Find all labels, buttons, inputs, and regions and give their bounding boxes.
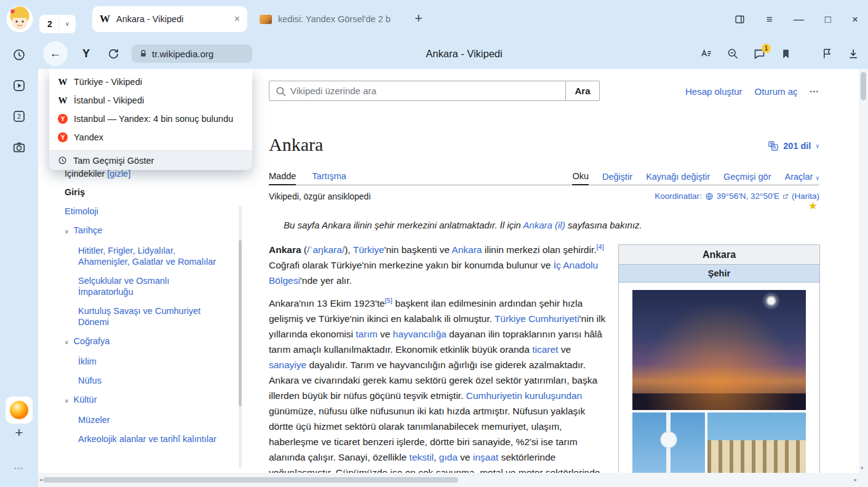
globe-icon[interactable] — [705, 192, 714, 201]
reference-link[interactable]: [5] — [385, 297, 392, 304]
toc-item-hititler[interactable]: Hititler, Frigler, Lidyalılar, Ahamenişl… — [78, 245, 226, 267]
minimize-button[interactable]: — — [794, 14, 804, 25]
profile-avatar[interactable] — [6, 6, 33, 33]
toc-scrollbar[interactable] — [239, 206, 242, 468]
tab-tartisma[interactable]: Tartışma — [312, 171, 346, 185]
scroll-right-icon[interactable]: ▸ — [854, 477, 857, 483]
tab-kedisi[interactable]: kedisi: Yandex Görsel'de 2 b — [252, 6, 406, 32]
translate-icon[interactable] — [700, 47, 712, 60]
toc-item-kurtulus[interactable]: Kurtuluş Savaşı ve Cumhuriyet Dönemi — [78, 305, 226, 328]
chevron-down-icon[interactable]: ∨ — [65, 228, 69, 235]
tab-araclar[interactable]: Araçlar∨ — [784, 172, 819, 185]
maximize-button[interactable]: □ — [825, 14, 831, 25]
player-icon[interactable] — [12, 79, 26, 92]
new-tab-button[interactable]: + — [415, 10, 423, 26]
add-widget-button[interactable]: + — [15, 425, 23, 441]
tab-madde[interactable]: Madde — [269, 171, 296, 185]
toc-item-muzeler[interactable]: Müzeler — [78, 414, 226, 425]
infobox-photo-atakule-tower[interactable] — [632, 413, 705, 473]
wiki-link[interactable]: tekstil — [409, 452, 434, 462]
table-of-contents: İçindekiler [gizle] Giriş Etimoloji ∨Tar… — [65, 169, 226, 453]
chevron-down-icon: ∨ — [815, 143, 819, 149]
toc-item-iklim[interactable]: İklim — [78, 356, 226, 367]
yandex-button[interactable]: Y — [82, 47, 90, 60]
coordinates-value[interactable]: 39°56′N, 32°50′E — [717, 191, 779, 201]
vertical-scrollbar[interactable]: ▾ — [859, 69, 868, 487]
wiki-link[interactable]: Cumhuriyetin kuruluşundan — [466, 390, 583, 401]
menu-icon[interactable]: ≡ — [766, 14, 773, 25]
user-menu-icon[interactable]: ••• — [810, 89, 819, 95]
create-account-link[interactable]: Hesap oluştur — [685, 86, 743, 97]
tabs-panel-icon[interactable]: 2 — [12, 110, 26, 123]
toc-item-tarihce[interactable]: ∨Tarihçe — [65, 225, 226, 237]
zoom-icon[interactable] — [727, 47, 739, 60]
vertical-scrollbar-thumb[interactable] — [861, 72, 866, 100]
address-bar[interactable]: tr.wikipedia.org — [132, 44, 252, 63]
search-button[interactable]: Ara — [566, 81, 600, 101]
horizontal-scrollbar-thumb[interactable] — [43, 477, 458, 483]
toc-item-kultur[interactable]: ∨Kültür — [65, 394, 226, 406]
toc-item-giris[interactable]: Giriş — [65, 187, 226, 198]
tab-counter[interactable]: 2 ∨ — [39, 15, 76, 33]
close-tab-icon[interactable]: × — [234, 14, 240, 24]
wiki-link[interactable]: Ankara — [452, 244, 482, 255]
wiki-link[interactable]: Ankara (il) — [523, 220, 565, 230]
reference-link[interactable]: [4] — [597, 243, 604, 251]
login-link[interactable]: Oturum aç — [755, 86, 798, 97]
chevron-down-icon[interactable]: ∨ — [65, 398, 69, 404]
url-text: tr.wikipedia.org — [152, 49, 213, 59]
history-item[interactable]: W İstanbul - Vikipedi — [49, 91, 252, 110]
toc-item-selcuklular[interactable]: Selçuklular ve Osmanlı İmparatorluğu — [78, 275, 226, 297]
scroll-left-icon[interactable]: ◂ — [39, 477, 42, 483]
wiki-link[interactable]: Türkiye — [353, 244, 384, 255]
show-full-history-button[interactable]: Tam Geçmişi Göster — [49, 150, 252, 170]
tab-kaynagi-degistir[interactable]: Kaynağı değiştir — [646, 172, 710, 185]
wiki-link[interactable]: inşaat — [473, 452, 498, 462]
history-item[interactable]: W Türkiye - Vikipedi — [49, 73, 252, 91]
tab-gecmisi-gor[interactable]: Geçmişi gör — [723, 172, 771, 185]
account-links: Hesap oluştur Oturum aç ••• — [685, 86, 819, 97]
history-item[interactable]: Y Istanbul — Yandex: 4 bin sonuç bulundu — [49, 110, 252, 128]
horizontal-scrollbar[interactable]: ◂ ▸ — [38, 473, 859, 487]
toc-item-arkeolojik[interactable]: Arkeolojik alanlar ve tarihî kalıntılar — [78, 433, 226, 445]
bookmark-icon[interactable] — [780, 48, 792, 60]
infobox-photo-anitkabir[interactable] — [707, 413, 806, 473]
side-panel-icon[interactable] — [734, 14, 746, 25]
history-item[interactable]: Y Yandex — [49, 128, 252, 147]
scroll-down-icon[interactable]: ▾ — [861, 465, 864, 471]
more-button[interactable]: ••• — [14, 465, 23, 472]
downloads-icon[interactable] — [847, 47, 859, 60]
toc-scrollbar-thumb[interactable] — [239, 240, 242, 406]
toc-hide-link[interactable]: [gizle] — [107, 169, 130, 179]
featured-star-icon[interactable]: ★ — [808, 199, 818, 212]
toc-item-cografya[interactable]: ∨Coğrafya — [65, 336, 226, 348]
alice-button[interactable] — [6, 396, 33, 424]
chevron-down-icon[interactable]: ∨ — [58, 15, 76, 33]
wiki-link[interactable]: ticaret — [532, 344, 558, 355]
tab-degistir[interactable]: Değiştir — [602, 172, 632, 185]
language-selector[interactable]: A 201 dil ∨ — [768, 140, 819, 151]
collections-icon[interactable] — [821, 47, 833, 60]
wiki-link[interactable]: /ˈaŋkara/ — [307, 244, 344, 255]
tab-ankara[interactable]: W Ankara - Vikipedi × — [92, 6, 247, 32]
history-icon[interactable] — [12, 48, 26, 62]
tab-oku[interactable]: Oku — [572, 171, 589, 185]
toc-item-nufus[interactable]: Nüfus — [78, 375, 226, 386]
toc-item-etimoloji[interactable]: Etimoloji — [65, 206, 226, 217]
close-window-button[interactable]: × — [852, 14, 858, 25]
coordinates-label[interactable]: Koordinatlar: — [655, 191, 702, 201]
wiki-link[interactable]: tarım — [356, 329, 377, 339]
article-title: Ankara — [269, 134, 323, 155]
screenshot-icon[interactable] — [12, 140, 26, 154]
comments-icon[interactable]: 1 — [753, 47, 766, 60]
reload-icon[interactable] — [107, 47, 119, 60]
back-button[interactable]: ← — [43, 41, 68, 66]
yandex-icon: Y — [58, 132, 68, 142]
wiki-link[interactable]: sanayiye — [269, 360, 306, 370]
wiki-link[interactable]: Türkiye Cumhuriyeti — [495, 313, 579, 324]
wiki-link[interactable]: gıda — [439, 452, 458, 462]
infobox-photo-cityscape[interactable] — [632, 290, 806, 410]
wiki-link[interactable]: hayvancılığa — [393, 329, 447, 339]
chevron-down-icon[interactable]: ∨ — [65, 339, 69, 345]
search-input[interactable] — [269, 81, 565, 100]
